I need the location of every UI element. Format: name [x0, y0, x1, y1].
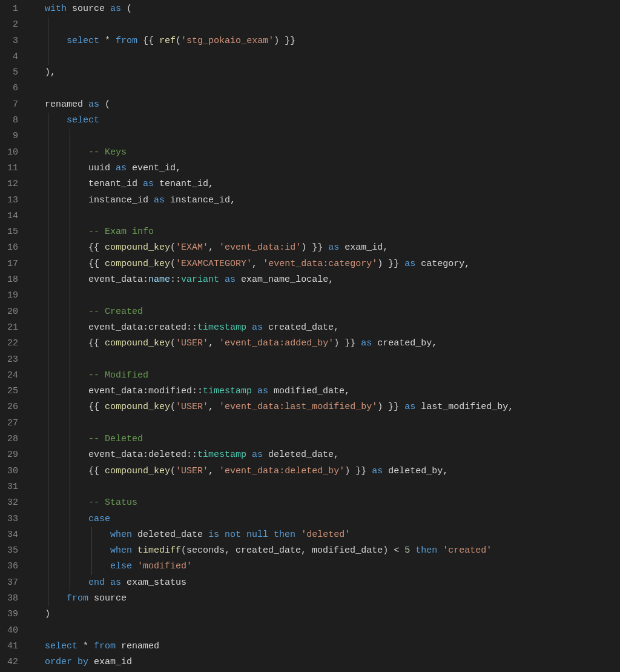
code-line[interactable]: event_data:created::timestamp as created… — [31, 320, 620, 336]
token-dim: , — [208, 242, 219, 253]
token-dim: exam_name_locale, — [236, 274, 334, 285]
line-number: 10 — [0, 145, 29, 161]
token-cm: -- Exam info — [88, 227, 154, 237]
code-line[interactable]: -- Deleted — [31, 431, 620, 447]
token-dim: event_id, — [127, 163, 181, 173]
token-kw: as — [88, 99, 99, 110]
code-line[interactable]: -- Keys — [31, 145, 620, 161]
line-number: 40 — [0, 623, 29, 639]
code-line[interactable]: instance_id as instance_id, — [31, 193, 620, 208]
line-number: 7 — [0, 97, 29, 113]
code-line[interactable]: {{ compound_key('USER', 'event_data:dele… — [31, 464, 620, 479]
code-editor[interactable]: 1234567891011121314151617181920212223242… — [0, 0, 620, 670]
code-line[interactable]: when deleted_date is not null then 'dele… — [31, 527, 620, 543]
code-line[interactable]: renamed as ( — [31, 97, 620, 113]
code-line[interactable] — [31, 288, 620, 304]
token-dim: event_data: — [45, 274, 148, 285]
line-number: 3 — [0, 33, 29, 49]
token-dim: ) }} — [274, 36, 295, 46]
code-line[interactable] — [31, 128, 620, 144]
token-dim: renamed — [116, 641, 159, 651]
token-num: 5 — [404, 545, 410, 556]
token-dim — [45, 307, 88, 317]
code-line[interactable] — [31, 208, 620, 224]
token-type: timestamp — [197, 322, 246, 333]
code-line[interactable]: case — [31, 511, 620, 527]
token-dim: ( — [170, 338, 176, 348]
token-dim — [45, 561, 110, 571]
code-line[interactable] — [31, 81, 620, 96]
token-fn: compound_key — [105, 242, 170, 253]
token-dim: event_data:deleted:: — [45, 450, 197, 460]
token-fn: compound_key — [105, 466, 170, 476]
code-line[interactable]: {{ compound_key('EXAM', 'event_data:id')… — [31, 240, 620, 256]
token-kw: case — [88, 514, 110, 524]
code-line[interactable]: when timediff(seconds, created_date, mod… — [31, 543, 620, 559]
token-kw: select — [67, 115, 99, 125]
token-cm: -- Keys — [88, 147, 127, 158]
token-str: 'event_data:added_by' — [219, 338, 334, 348]
line-number: 18 — [0, 272, 29, 288]
token-dim: exam_id — [88, 657, 132, 667]
token-dim: event_data:modified:: — [45, 386, 203, 396]
token-dim — [219, 274, 225, 285]
code-line[interactable]: {{ compound_key('EXAMCATEGORY', 'event_d… — [31, 256, 620, 272]
token-kw: as — [328, 242, 339, 253]
code-line[interactable] — [31, 479, 620, 495]
token-dim: {{ — [45, 338, 105, 348]
code-line[interactable]: {{ compound_key('USER', 'event_data:last… — [31, 399, 620, 415]
token-dim: created_by, — [372, 338, 437, 348]
code-line[interactable]: -- Created — [31, 304, 620, 320]
token-fn: ref — [159, 36, 176, 46]
code-line[interactable]: end as exam_status — [31, 575, 620, 591]
token-cm: -- Deleted — [88, 434, 143, 444]
token-dim: ) }} — [334, 338, 361, 348]
code-line[interactable]: event_data:modified::timestamp as modifi… — [31, 384, 620, 399]
line-number: 26 — [0, 399, 29, 415]
token-fn: compound_key — [105, 402, 170, 412]
code-line[interactable]: select — [31, 113, 620, 128]
code-line[interactable]: -- Modified — [31, 368, 620, 384]
code-line[interactable] — [31, 352, 620, 368]
code-line[interactable] — [31, 623, 620, 639]
token-dim — [45, 514, 88, 524]
code-line[interactable]: with source as ( — [31, 1, 620, 17]
token-kw: as — [252, 322, 263, 333]
token-kw: as — [404, 402, 415, 412]
code-line[interactable] — [31, 49, 620, 65]
code-line[interactable]: select * from {{ ref('stg_pokaio_exam') … — [31, 33, 620, 49]
code-line[interactable]: ), — [31, 65, 620, 81]
token-dim — [252, 386, 257, 396]
token-kw: as — [404, 259, 415, 269]
code-line[interactable]: event_data:deleted::timestamp as deleted… — [31, 447, 620, 463]
token-str: 'EXAM' — [176, 242, 208, 253]
code-line[interactable]: order by exam_id — [31, 654, 620, 670]
line-number: 13 — [0, 193, 29, 208]
token-dim: source — [67, 4, 110, 14]
token-dim: ), — [45, 67, 56, 78]
code-line[interactable] — [31, 17, 620, 33]
code-line[interactable]: {{ compound_key('USER', 'event_data:adde… — [31, 336, 620, 351]
code-line[interactable]: -- Exam info — [31, 224, 620, 240]
token-kw: from — [67, 593, 88, 604]
code-line[interactable]: -- Status — [31, 495, 620, 511]
token-dim: exam_status — [121, 577, 186, 588]
token-dim: renamed — [45, 99, 88, 110]
token-dim — [437, 545, 443, 556]
code-area[interactable]: with source as ( select * from {{ ref('s… — [31, 1, 620, 670]
token-kw: as — [110, 4, 121, 14]
code-line[interactable]: select * from renamed — [31, 639, 620, 654]
code-line[interactable] — [31, 416, 620, 431]
code-line[interactable]: uuid as event_id, — [31, 161, 620, 176]
token-dim: category, — [415, 259, 470, 269]
token-str: 'event_data:last_modified_by' — [219, 402, 377, 412]
token-str: 'created' — [443, 545, 492, 556]
code-line[interactable]: ) — [31, 607, 620, 622]
code-line[interactable]: else 'modified' — [31, 559, 620, 574]
code-line[interactable]: from source — [31, 591, 620, 607]
line-number: 27 — [0, 416, 29, 431]
code-line[interactable]: tenant_id as tenant_id, — [31, 176, 620, 192]
code-line[interactable]: event_data:name::variant as exam_name_lo… — [31, 272, 620, 288]
token-dim: ( — [99, 99, 110, 110]
token-dim: deleted_date — [132, 530, 208, 540]
